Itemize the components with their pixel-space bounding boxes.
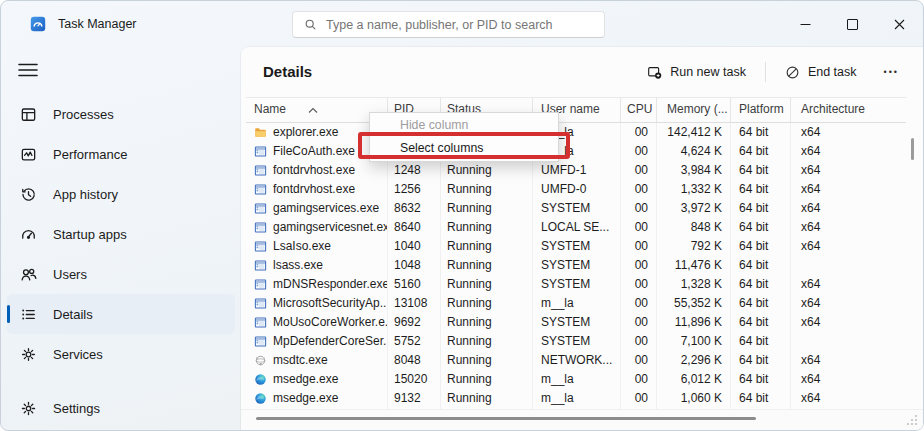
sidebar-item-processes[interactable]: Processes (7, 94, 235, 134)
column-header-name[interactable]: Name (246, 98, 388, 122)
table-row[interactable]: MpDefenderCoreSer...5752RunningSYSTEM007… (246, 332, 906, 351)
column-header-cpu[interactable]: CPU (621, 98, 657, 122)
processes-icon (19, 105, 37, 123)
sidebar: ProcessesPerformanceApp historyStartup a… (1, 47, 241, 430)
column-header-label: Architecture (801, 102, 865, 116)
sidebar-item-details[interactable]: Details (7, 294, 235, 334)
minimize-button[interactable] (782, 1, 829, 47)
cell-status: Running (441, 351, 533, 370)
sidebar-item-settings[interactable]: Settings (7, 388, 235, 428)
sidebar-item-app-history[interactable]: App history (7, 174, 235, 214)
table-row[interactable]: MoUsoCoreWorker.e...9692RunningSYSTEM001… (246, 313, 906, 332)
menu-item-hide-column[interactable]: Hide column (370, 114, 558, 137)
cell-platform: 64 bit (731, 237, 791, 256)
table-row[interactable]: FileCoAuth.exem__la004,624 K64 bitx64 (246, 142, 906, 161)
cell-name: msedge.exe (246, 389, 388, 408)
cell-name: MicrosoftSecurityAp... (246, 294, 388, 313)
details-panel: Details Run new task End task ••• NamePI… (241, 47, 923, 430)
sidebar-item-performance[interactable]: Performance (7, 134, 235, 174)
process-name: LsaIso.exe (273, 237, 331, 256)
cell-cpu: 00 (621, 180, 657, 199)
vertical-scrollbar-thumb[interactable] (911, 138, 914, 160)
column-header-label: CPU (627, 102, 652, 116)
process-name: FileCoAuth.exe (273, 142, 355, 161)
cell-arch: x64 (791, 199, 906, 218)
table-row[interactable]: gamingservices.exe8632RunningSYSTEM003,9… (246, 199, 906, 218)
cell-pid: 1040 (388, 237, 441, 256)
settings-icon (19, 399, 37, 417)
cell-name: msdtc.exe (246, 351, 388, 370)
cell-platform: 64 bit (731, 389, 791, 408)
folder-icon (254, 126, 267, 139)
app-icon (254, 183, 267, 196)
cell-pid: 13108 (388, 294, 441, 313)
horizontal-scrollbar (241, 409, 923, 430)
cell-memory: 848 K (657, 218, 731, 237)
cell-pid: 1248 (388, 161, 441, 180)
process-name: lsass.exe (273, 256, 323, 275)
column-header-architecture[interactable]: Architecture (791, 98, 906, 122)
sidebar-item-users[interactable]: Users (7, 254, 235, 294)
table-row[interactable]: msdtc.exe8048RunningNETWORK...002,296 K6… (246, 351, 906, 370)
table-row[interactable]: LsaIso.exe1040RunningSYSTEM00792 K64 bit… (246, 237, 906, 256)
cell-platform: 64 bit (731, 180, 791, 199)
cell-name: fontdrvhost.exe (246, 161, 388, 180)
process-name: MicrosoftSecurityAp... (273, 294, 388, 313)
table-row[interactable]: lsass.exe1048RunningSYSTEM0011,476 K64 b… (246, 256, 906, 275)
edge-icon (254, 373, 267, 386)
resize-grip[interactable] (915, 415, 917, 417)
end-task-icon (785, 65, 800, 80)
table-row[interactable]: explorer.exem__la00142,412 K64 bitx64 (246, 123, 906, 142)
cell-memory: 1,328 K (657, 275, 731, 294)
cell-user: SYSTEM (533, 256, 621, 275)
process-name: msedge.exe (273, 370, 338, 389)
cell-arch: x64 (791, 370, 906, 389)
cell-user: m__la (533, 389, 621, 408)
table-row[interactable]: gamingservicesnet.exe8640RunningLOCAL SE… (246, 218, 906, 237)
sidebar-item-startup-apps[interactable]: Startup apps (7, 214, 235, 254)
table-row[interactable]: mDNSResponder.exe5160RunningSYSTEM001,32… (246, 275, 906, 294)
column-header-memory[interactable]: Memory (... (657, 98, 731, 122)
end-task-button[interactable]: End task (779, 62, 863, 83)
details-table: NamePIDStatusUser nameCPUMemory (...Plat… (246, 97, 906, 427)
column-header-platform[interactable]: Platform (731, 98, 791, 122)
sidebar-item-services[interactable]: Services (7, 334, 235, 374)
cell-pid: 8640 (388, 218, 441, 237)
cell-name: FileCoAuth.exe (246, 142, 388, 161)
table-row[interactable]: msedge.exe15020Runningm__la006,012 K64 b… (246, 370, 906, 389)
table-row[interactable]: MicrosoftSecurityAp...13108Runningm__la0… (246, 294, 906, 313)
cell-platform: 64 bit (731, 351, 791, 370)
process-name: explorer.exe (273, 123, 338, 142)
table-row[interactable]: msedge.exe9132Runningm__la001,060 K64 bi… (246, 389, 906, 408)
cell-status: Running (441, 294, 533, 313)
cell-arch: x64 (791, 351, 906, 370)
maximize-icon (847, 19, 858, 30)
cell-user: UMFD-1 (533, 161, 621, 180)
cell-platform: 64 bit (731, 142, 791, 161)
cell-status: Running (441, 332, 533, 351)
maximize-button[interactable] (829, 1, 876, 47)
cell-platform: 64 bit (731, 161, 791, 180)
cell-cpu: 00 (621, 389, 657, 408)
menu-item-select-columns[interactable]: Select columns (370, 137, 558, 160)
app-icon (254, 335, 267, 348)
menu-toggle-icon[interactable] (18, 61, 38, 79)
table-row[interactable]: fontdrvhost.exe1248RunningUMFD-1003,984 … (246, 161, 906, 180)
table-row[interactable]: fontdrvhost.exe1256RunningUMFD-0001,332 … (246, 180, 906, 199)
cell-status: Running (441, 218, 533, 237)
cell-cpu: 00 (621, 218, 657, 237)
cell-user: UMFD-0 (533, 180, 621, 199)
cell-status: Running (441, 161, 533, 180)
more-options-icon[interactable]: ••• (876, 63, 907, 81)
cell-arch: x64 (791, 275, 906, 294)
cell-arch: x64 (791, 313, 906, 332)
cell-pid: 8048 (388, 351, 441, 370)
run-new-task-button[interactable]: Run new task (641, 62, 752, 83)
cell-cpu: 00 (621, 199, 657, 218)
horizontal-scrollbar-thumb[interactable] (256, 417, 756, 420)
cell-pid: 1048 (388, 256, 441, 275)
close-button[interactable] (876, 1, 923, 47)
cell-status: Running (441, 389, 533, 408)
search-input[interactable]: Type a name, publisher, or PID to search (292, 11, 605, 38)
cell-memory: 11,896 K (657, 313, 731, 332)
